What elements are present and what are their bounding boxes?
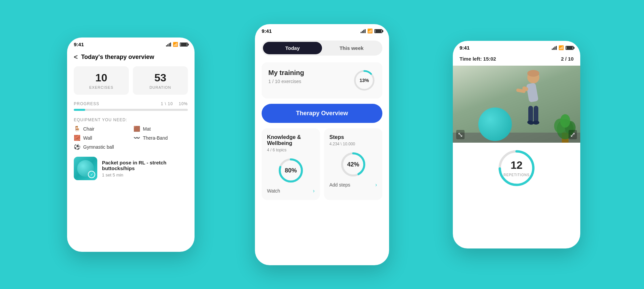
right-battery-icon xyxy=(566,46,574,50)
svg-point-19 xyxy=(560,114,570,128)
knowledge-chevron-icon: › xyxy=(313,188,315,194)
chair-icon: 🪑 xyxy=(74,126,80,132)
right-bottom: 12 REPETITIONS xyxy=(453,143,580,194)
progress-header: PROGRESS 1 \ 10 10% xyxy=(74,101,188,106)
knowledge-action[interactable]: Watch › xyxy=(267,188,315,194)
progress-track xyxy=(74,109,188,111)
wifi-icon: 📶 xyxy=(173,42,178,47)
training-progress-circle: 13% xyxy=(353,69,376,92)
rep-label: REPETITIONS xyxy=(503,173,530,177)
knowledge-subtitle: 4 / 6 topics xyxy=(267,148,315,152)
center-time: 9:41 xyxy=(262,28,272,34)
equipment-chair: 🪑 Chair xyxy=(74,126,128,132)
right-wifi-icon: 📶 xyxy=(558,45,564,50)
steps-action[interactable]: Add steps › xyxy=(329,182,377,188)
center-battery-icon xyxy=(374,29,382,33)
exercise-title: Packet pose in RL - stretch buttocks/hip… xyxy=(102,160,188,171)
training-info: My training 1 / 10 exercises xyxy=(268,69,304,84)
knowledge-title: Knowledge & Wellbeing xyxy=(267,134,315,146)
left-status-bar: 9:41 📶 xyxy=(67,38,195,50)
equipment-wall: 🧱 9:41 Wall xyxy=(74,135,128,141)
left-time: 9:41 xyxy=(74,42,84,47)
left-header: < Today's therapy overview xyxy=(67,50,195,66)
check-icon: ✓ xyxy=(88,171,95,178)
knowledge-circle: 80% xyxy=(277,157,304,184)
steps-subtitle: 4.234 \ 10.000 xyxy=(329,142,377,146)
svg-rect-12 xyxy=(534,106,538,123)
exercises-stat: 10 EXERCISES xyxy=(74,66,129,95)
tab-this-week[interactable]: This week xyxy=(322,42,381,54)
equipment-mat: 🟫 Mat xyxy=(133,126,188,132)
exercise-meta: 1 set 5 min xyxy=(102,172,188,177)
svg-rect-11 xyxy=(528,106,533,123)
right-time: 9:41 xyxy=(460,45,470,51)
stats-row: 10 EXERCISES 53 DURATION xyxy=(67,66,195,95)
left-status-icons: 📶 xyxy=(166,42,188,47)
tab-today[interactable]: Today xyxy=(263,42,322,54)
equipment-section: EQUIPMENT YOU NEED: 🪑 Chair 🟫 Mat 🧱 9:41… xyxy=(67,118,195,150)
mat-icon: 🟫 xyxy=(133,126,140,132)
training-subtitle: 1 / 10 exercises xyxy=(268,79,304,84)
knowledge-percent: 80% xyxy=(285,167,297,174)
steps-percent: 42% xyxy=(347,161,359,168)
expand-icon[interactable]: ⤢ xyxy=(569,130,577,139)
steps-title: Steps xyxy=(329,134,377,140)
equipment-grid: 🪑 Chair 🟫 Mat 🧱 9:41 Wall 〰️ Thera-Band … xyxy=(74,126,188,150)
center-wifi-icon: 📶 xyxy=(367,28,373,33)
svg-point-7 xyxy=(527,70,539,77)
duration-label: DURATION xyxy=(138,85,182,89)
progress-fill xyxy=(74,109,85,111)
exercise-info: Packet pose in RL - stretch buttocks/hip… xyxy=(102,160,188,177)
svg-point-14 xyxy=(533,121,539,125)
time-left-label: Time left: xyxy=(460,56,482,62)
right-header: Time left: 15:02 2 / 10 xyxy=(453,53,580,66)
rep-number: 12 xyxy=(503,159,530,171)
knowledge-card: Knowledge & Wellbeing 4 / 6 topics 80% W… xyxy=(262,128,320,200)
exercise-video-frame: ⤢ ⤡ xyxy=(453,66,580,143)
exercises-number: 10 xyxy=(79,72,123,84)
repetitions-circle: 12 REPETITIONS xyxy=(496,148,537,188)
video-background: ⤢ ⤡ xyxy=(453,66,580,143)
right-phone: 9:41 📶 Time left: 15:02 2 / 10 xyxy=(453,41,580,248)
training-title: My training xyxy=(268,69,304,77)
wall-icon: 🧱 xyxy=(74,135,80,141)
center-status-icons: 📶 xyxy=(361,28,382,33)
bottom-cards: Knowledge & Wellbeing 4 / 6 topics 80% W… xyxy=(262,128,382,200)
center-signal-icon xyxy=(361,29,366,33)
steps-chevron-icon: › xyxy=(375,182,377,188)
time-left-display: Time left: 15:02 xyxy=(460,56,496,62)
equipment-theraband: 〰️ Thera-Band xyxy=(133,135,188,141)
back-button[interactable]: < xyxy=(74,53,78,61)
theraband-icon: 〰️ xyxy=(133,135,140,141)
progress-label: PROGRESS xyxy=(74,101,99,106)
progress-value: 1 \ 10 10% xyxy=(161,101,188,106)
right-status-bar: 9:41 📶 xyxy=(453,41,580,53)
signal-icon xyxy=(166,43,171,47)
therapy-overview-button[interactable]: Therapy Overview xyxy=(262,104,382,123)
time-left-value: 15:02 xyxy=(483,56,496,62)
compress-icon[interactable]: ⤡ xyxy=(456,130,465,139)
exercises-label: EXERCISES xyxy=(79,85,123,89)
center-status-bar: 9:41 📶 xyxy=(255,24,389,37)
steps-card: Steps 4.234 \ 10.000 42% Add steps › xyxy=(324,128,382,200)
steps-circle: 42% xyxy=(340,151,367,178)
person-figure xyxy=(501,67,548,134)
gymball-icon: ⚽ xyxy=(74,144,80,150)
exercise-list-item[interactable]: ✓ Packet pose in RL - stretch buttocks/h… xyxy=(74,157,188,180)
tab-bar: Today This week xyxy=(262,41,382,56)
duration-number: 53 xyxy=(138,72,182,84)
training-percent: 13% xyxy=(360,78,369,83)
battery-icon xyxy=(180,43,188,47)
svg-rect-8 xyxy=(526,83,539,102)
duration-stat: 53 DURATION xyxy=(133,66,188,95)
center-phone: 9:41 📶 Today This week My training 1 / 1… xyxy=(255,24,389,265)
exercise-counter: 2 / 10 xyxy=(561,56,574,62)
left-phone: 9:41 📶 < Today's therapy overview 10 EXE… xyxy=(67,38,195,252)
equipment-label: EQUIPMENT YOU NEED: xyxy=(74,118,188,122)
right-signal-icon xyxy=(552,46,557,50)
left-page-title: Today's therapy overview xyxy=(81,54,154,61)
training-card: My training 1 / 10 exercises 13% xyxy=(262,62,382,98)
rep-label-wrap: 12 REPETITIONS xyxy=(503,159,530,177)
exercise-thumbnail: ✓ xyxy=(74,157,97,180)
right-status-icons: 📶 xyxy=(552,45,574,50)
